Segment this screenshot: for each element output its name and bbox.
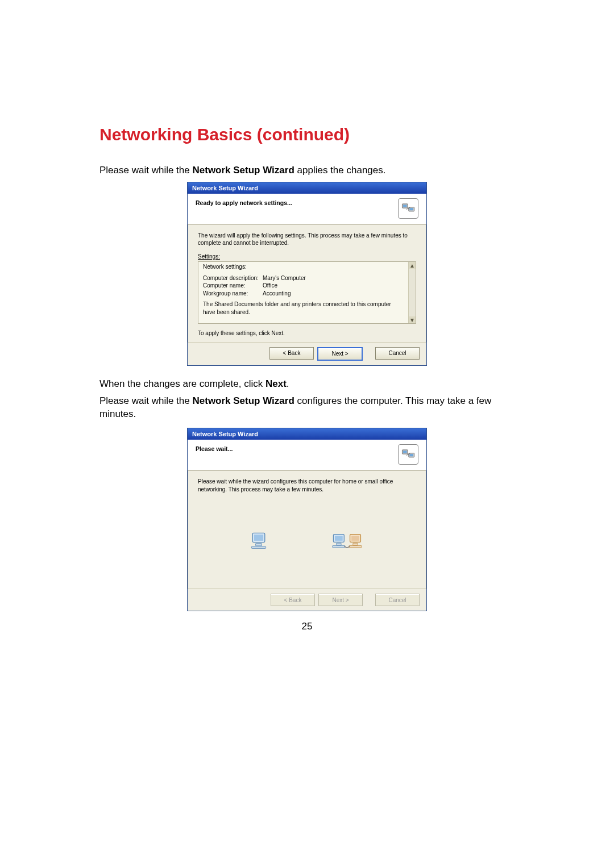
mid-text-1: When the changes are complete, click Nex… xyxy=(99,377,515,391)
wizard-header: Please wait... xyxy=(188,440,426,471)
svg-rect-7 xyxy=(409,454,413,456)
intro-text-2: Please wait while the Network Setup Wiza… xyxy=(99,394,515,422)
network-settings-label: Network settings: xyxy=(203,263,410,271)
wizard-body: Please wait while the wizard configures … xyxy=(188,471,426,589)
wizard-wait-text: Please wait while the wizard configures … xyxy=(198,478,416,493)
svg-rect-13 xyxy=(335,536,343,541)
wizard-header-text: Please wait... xyxy=(196,444,233,452)
svg-rect-10 xyxy=(256,544,262,546)
svg-rect-9 xyxy=(254,535,263,541)
settings-row-desc: Computer description: Mary's Computer xyxy=(203,274,410,282)
mid-1c: . xyxy=(287,378,289,389)
next-button: Next > xyxy=(318,594,363,606)
next-button[interactable]: Next > xyxy=(317,347,363,361)
cancel-button-label: Cancel xyxy=(388,350,406,356)
computer-icon xyxy=(248,530,269,553)
intro-1c: applies the changes. xyxy=(294,165,386,176)
back-button: < Back xyxy=(271,594,315,606)
svg-rect-18 xyxy=(353,544,358,545)
svg-rect-5 xyxy=(403,451,407,453)
intro-1a: Please wait while the xyxy=(99,165,192,176)
wizard-titlebar: Network Setup Wizard xyxy=(188,428,426,440)
scroll-up-icon[interactable]: ▲ xyxy=(409,262,416,269)
svg-rect-1 xyxy=(403,205,407,207)
scroll-down-icon[interactable]: ▼ xyxy=(409,316,416,323)
cancel-button: Cancel xyxy=(375,594,420,606)
settings-key: Workgroup name: xyxy=(203,290,263,298)
svg-rect-14 xyxy=(337,544,342,545)
next-button-label: Next > xyxy=(332,597,349,603)
document-page: Networking Basics (continued) Please wai… xyxy=(0,0,614,868)
wizard-please-wait: Network Setup Wizard Please wait... Plea… xyxy=(187,428,427,611)
wizard-footer: < Back Next > Cancel xyxy=(188,589,426,611)
page-title: Networking Basics (continued) xyxy=(99,125,515,144)
wizard-ready-to-apply: Network Setup Wizard Ready to apply netw… xyxy=(187,182,427,366)
intro-1b: Network Setup Wizard xyxy=(192,165,294,176)
wizard-instruction: The wizard will apply the following sett… xyxy=(198,232,416,247)
settings-val: Mary's Computer xyxy=(263,274,410,282)
settings-shared-text: The Shared Documents folder and any prin… xyxy=(203,301,410,316)
wizard-footer: < Back Next > Cancel xyxy=(188,342,426,365)
settings-row-workgroup: Workgroup name: Accounting xyxy=(203,290,410,298)
settings-val: Office xyxy=(263,282,410,290)
cancel-button-label: Cancel xyxy=(388,597,406,603)
settings-row-name: Computer name: Office xyxy=(203,282,410,290)
wizard-header: Ready to apply network settings... xyxy=(188,194,426,225)
settings-key: Computer description: xyxy=(203,274,263,282)
back-button-label: < Back xyxy=(284,597,302,603)
wizard-titlebar: Network Setup Wizard xyxy=(188,182,426,194)
cancel-button[interactable]: Cancel xyxy=(375,347,420,360)
network-devices-icon xyxy=(398,444,418,465)
settings-key: Computer name: xyxy=(203,282,263,290)
next-button-label: Next > xyxy=(331,350,348,357)
wait-animation-area xyxy=(198,499,416,584)
network-devices-icon xyxy=(398,198,418,219)
mid-1a: When the changes are complete, click xyxy=(99,378,265,389)
computer-pair-icon xyxy=(331,529,366,554)
settings-label: Settings: xyxy=(198,253,416,261)
intro-2b: Network Setup Wizard xyxy=(192,395,294,406)
scrollbar[interactable]: ▲ ▼ xyxy=(408,262,416,323)
intro-2a: Please wait while the xyxy=(99,395,192,406)
settings-val: Accounting xyxy=(263,290,410,298)
wizard-apply-text: To apply these settings, click Next. xyxy=(198,329,416,337)
intro-text-1: Please wait while the Network Setup Wiza… xyxy=(99,164,515,177)
svg-rect-11 xyxy=(251,546,265,549)
page-number: 25 xyxy=(0,621,614,632)
svg-rect-19 xyxy=(349,546,362,548)
mid-1b: Next xyxy=(265,378,287,389)
wizard-header-text: Ready to apply network settings... xyxy=(196,198,292,206)
back-button-label: < Back xyxy=(283,350,301,356)
wizard-body: The wizard will apply the following sett… xyxy=(188,225,426,342)
back-button[interactable]: < Back xyxy=(269,347,314,360)
settings-panel: Network settings: Computer description: … xyxy=(198,261,416,324)
svg-rect-3 xyxy=(409,208,413,210)
svg-rect-17 xyxy=(351,536,359,541)
svg-rect-15 xyxy=(333,546,345,548)
